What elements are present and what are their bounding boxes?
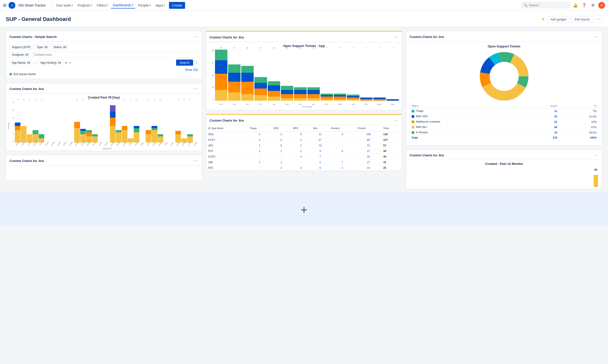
brand-name: Old Street Tracker [18,3,46,7]
table-row[interactable]: SFC-12611525 [206,165,402,171]
search-more-button[interactable]: ⋮ [194,60,198,65]
bar-value-label: 3 [148,99,149,100]
nav-people[interactable]: People ▾ [136,2,153,8]
add-filter-icon[interactable]: ⊕ [65,61,68,65]
bar-segment [152,130,157,143]
table-cell: 5 [272,137,291,143]
search-button[interactable]: Search [176,60,193,66]
nav-your-work[interactable]: Your work ▾ [54,2,75,8]
donut-more[interactable]: ··· [593,34,598,39]
bar-segment [110,112,116,118]
table-cell: 2 [291,143,311,148]
bar-segment [86,132,92,136]
12months-more[interactable]: ··· [593,153,598,158]
notifications-icon[interactable]: 🔔 [572,2,579,9]
bar-segment [15,130,20,143]
table-row[interactable]: LIM11-572741 [206,159,402,165]
chevron-icon: ▾ [132,4,133,6]
assignee-filter[interactable]: Assignee: All [10,52,31,57]
30days-title: Custom Charts for Jira [10,87,44,91]
table-cell: 5 [311,159,329,165]
bar-x-label: 19 Aug [51,142,55,146]
filter-row-3: App Name: All ⊗ App Hosting: All ⊕ + Sea… [10,60,198,66]
edit-layout-button[interactable]: Edit layout [571,16,593,23]
table-more[interactable]: ··· [392,118,398,123]
chevron-icon: ▾ [164,4,165,7]
table-cell: 1 [272,165,291,171]
bar-value-label: 3 [178,99,179,100]
table-row[interactable]: CCFJ35327-89127 [206,137,402,143]
col-wfc: WFC [291,125,311,131]
table-cell: 6 [311,165,329,171]
app-bar-segment [254,83,267,89]
bottom-left-card: Custom Charts for Jira ··· [6,155,202,181]
app-bar-value-label: 27 [233,47,235,49]
create-button[interactable]: Create [169,2,185,9]
filter-row-1: Support (SUP) Type: All Status: All [10,44,198,50]
nav-apps[interactable]: Apps ▾ [154,2,167,8]
30days-more[interactable]: ··· [192,86,198,91]
bar-x-label: 22 Aug [69,142,72,146]
bar-group-19: 11 Sep [128,101,133,143]
settings-icon[interactable]: ⚙ [590,2,596,9]
table-cell: 3 [248,137,272,143]
bar-value-label: 2 [95,99,95,100]
app-bar-segment [307,87,320,90]
add-gadget-area[interactable]: + [0,193,608,226]
bottom-left-title: Custom Charts for Jira [10,159,44,163]
nav-filters[interactable]: Filters ▾ [95,2,110,8]
chevron-icon: ▾ [149,4,151,7]
app-bar-segment [334,97,346,99]
show-jql-link[interactable]: Show JQL [185,68,198,71]
avatar[interactable]: U [598,2,605,9]
legend-status-cell: Waiting for customer [410,119,522,125]
app-bar-segment [254,95,267,101]
add-gadget-plus-icon[interactable]: + [301,203,307,216]
bar-value-label: 9 [112,99,113,100]
app-bar-segment [294,98,306,101]
simple-search-more[interactable]: ··· [192,34,198,39]
app-bar-segment [215,50,227,60]
legend-color-dot [412,131,414,134]
table-cell: 1 [272,148,291,154]
help-icon[interactable]: ❓ [581,2,588,9]
app-bar-segment [215,90,227,101]
bar-x-label: 21 Aug [63,142,67,146]
app-name-filter[interactable]: App Name: All [10,60,32,65]
app-bar-segment [268,85,280,91]
col-oss: OSS [272,125,291,131]
table-cell: 4 [291,154,311,159]
legend-row: With Dev9857% [410,125,598,130]
legend-total-pct: 100% [559,135,598,140]
search-box[interactable]: 🔍 [521,2,570,8]
bar-x-label: 2 Sep [135,142,138,146]
type-filter[interactable]: Type: All [34,44,50,50]
bar-segment [39,134,44,138]
table-cell: 127 [381,137,402,143]
y-axis-label: ISSUES [8,122,10,129]
table-row[interactable]: CCFC--47-3344 [206,154,402,159]
star-button[interactable]: ★ [541,16,545,22]
status-filter[interactable]: Status: All [51,44,68,50]
bar-group-26: 8 Sep [169,101,175,143]
plus-icon[interactable]: + [69,61,71,65]
nav-projects[interactable]: Projects ▾ [76,2,94,8]
table-row[interactable]: JES26216-3157 [206,143,402,148]
bottom-left-more[interactable]: ··· [192,158,198,163]
table-cell: - [329,143,356,148]
bar-chart-30days: 313 Aug414 Aug215 Aug316 Aug217 Aug18 Au… [15,101,199,143]
more-options-button[interactable]: ··· [595,15,602,23]
table-row[interactable]: PVT112942744 [206,148,402,154]
legend-pct-cell: 14% [559,119,598,125]
grid-icon[interactable]: ⊞ [3,3,7,8]
bar-group-16: 929 Aug [110,101,116,143]
app-chart-more[interactable]: ··· [392,35,398,40]
nav-dashboards[interactable]: Dashboards ▾ [111,2,135,9]
table-row[interactable]: CES229113108135 [206,131,402,137]
search-input[interactable] [529,3,568,7]
contains-text-input[interactable] [32,52,198,58]
project-filter[interactable]: Support (SUP) [10,44,33,50]
bar-group-27: 39 Sep [175,101,181,143]
app-hosting-filter[interactable]: App Hosting: All [38,60,63,65]
add-gadget-button[interactable]: Add gadget [547,16,569,23]
